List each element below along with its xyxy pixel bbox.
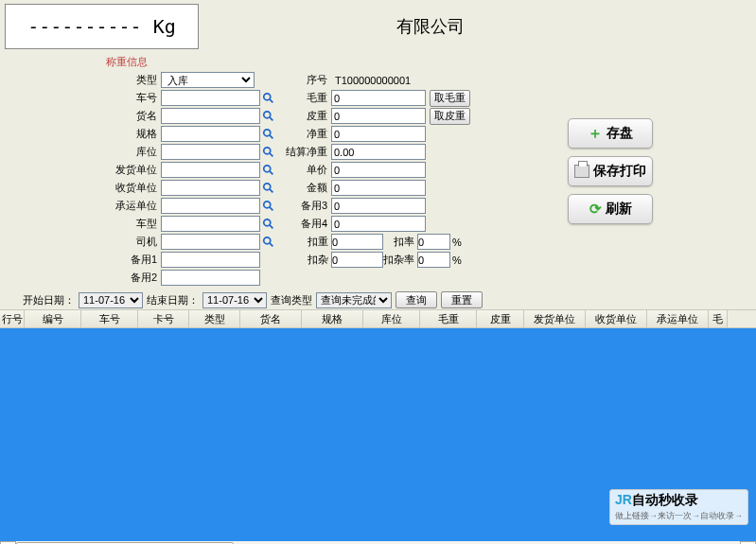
spare1-label: 备用1 bbox=[0, 253, 161, 267]
driver-input[interactable] bbox=[161, 234, 260, 250]
column-header[interactable]: 毛 bbox=[709, 310, 728, 327]
svg-point-2 bbox=[264, 111, 271, 117]
svg-line-11 bbox=[270, 188, 273, 192]
pct-label: % bbox=[450, 237, 462, 248]
deductmiscrate-input[interactable] bbox=[417, 252, 450, 268]
settle-input[interactable] bbox=[331, 144, 426, 160]
store-label: 库位 bbox=[0, 145, 161, 159]
tare-input[interactable] bbox=[331, 108, 426, 124]
svg-line-15 bbox=[270, 224, 273, 228]
recvunit-input[interactable] bbox=[161, 180, 260, 196]
column-header[interactable]: 卡号 bbox=[138, 310, 189, 327]
spare3-label: 备用3 bbox=[284, 199, 331, 213]
goods-input[interactable] bbox=[161, 108, 260, 124]
weight-display: ---------- Kg bbox=[5, 4, 199, 49]
tare-label: 皮重 bbox=[284, 109, 331, 123]
search-icon[interactable] bbox=[261, 91, 276, 106]
column-header[interactable]: 规格 bbox=[302, 310, 363, 327]
query-bar: 开始日期： 11-07-16 结束日期： 11-07-16 查询类型 查询未完成… bbox=[0, 290, 756, 309]
price-label: 单价 bbox=[284, 163, 331, 177]
store-input[interactable] bbox=[161, 144, 260, 160]
svg-point-8 bbox=[264, 165, 271, 171]
svg-point-6 bbox=[264, 147, 271, 153]
type-label: 类型 bbox=[0, 73, 161, 87]
type-select[interactable]: 入库 bbox=[161, 72, 255, 88]
column-header[interactable]: 皮重 bbox=[477, 310, 524, 327]
column-header[interactable]: 发货单位 bbox=[524, 310, 586, 327]
spare1-input[interactable] bbox=[161, 252, 260, 268]
form-area: 类型入库 车号 货名 规格 库位 发货单位 收货单位 承运单位 车型 司机 备用… bbox=[0, 71, 756, 290]
svg-point-0 bbox=[264, 93, 271, 99]
spare4-input[interactable] bbox=[331, 216, 426, 232]
right-column: ＋存盘 保存打印 ⟳刷新 bbox=[492, 71, 729, 287]
search-icon[interactable] bbox=[261, 199, 276, 214]
svg-line-9 bbox=[270, 170, 273, 174]
svg-point-12 bbox=[264, 201, 271, 207]
svg-point-4 bbox=[264, 129, 271, 135]
query-type-select[interactable]: 查询未完成的记录 bbox=[316, 292, 392, 308]
search-icon[interactable] bbox=[261, 163, 276, 178]
search-icon[interactable] bbox=[261, 127, 276, 142]
deductrate-input[interactable] bbox=[417, 234, 450, 250]
svg-line-17 bbox=[270, 242, 273, 246]
column-header[interactable]: 编号 bbox=[25, 310, 81, 327]
watermark-subtitle: 做上链接→来访一次→自动收录→ bbox=[615, 511, 743, 520]
refresh-button[interactable]: ⟳刷新 bbox=[568, 194, 653, 224]
deductmisc-input[interactable] bbox=[331, 252, 383, 268]
amount-input[interactable] bbox=[331, 180, 426, 196]
spare4-label: 备用4 bbox=[284, 217, 331, 231]
column-header[interactable]: 行号 bbox=[0, 310, 25, 327]
query-button[interactable]: 查询 bbox=[396, 291, 437, 308]
carno-input[interactable] bbox=[161, 90, 260, 106]
svg-line-7 bbox=[270, 152, 273, 156]
start-date-select[interactable]: 11-07-16 bbox=[79, 292, 143, 308]
save-print-button[interactable]: 保存打印 bbox=[568, 156, 653, 186]
section-title: 称重信息 bbox=[106, 55, 756, 69]
search-icon[interactable] bbox=[261, 235, 276, 250]
header: ---------- Kg 有限公司 bbox=[0, 0, 756, 53]
shipunit-input[interactable] bbox=[161, 162, 260, 178]
column-header[interactable]: 承运单位 bbox=[647, 310, 709, 327]
get-gross-button[interactable]: 取毛重 bbox=[430, 90, 470, 107]
spec-input[interactable] bbox=[161, 126, 260, 142]
svg-line-3 bbox=[270, 116, 273, 120]
net-input[interactable] bbox=[331, 126, 426, 142]
spec-label: 规格 bbox=[0, 127, 161, 141]
carrier-input[interactable] bbox=[161, 198, 260, 214]
company-title: 有限公司 bbox=[199, 15, 756, 38]
search-icon[interactable] bbox=[261, 181, 276, 196]
start-date-label: 开始日期： bbox=[23, 293, 75, 307]
end-date-select[interactable]: 11-07-16 bbox=[202, 292, 267, 308]
watermark-logo: JR bbox=[615, 492, 632, 507]
search-icon[interactable] bbox=[261, 109, 276, 124]
left-column: 类型入库 车号 货名 规格 库位 发货单位 收货单位 承运单位 车型 司机 备用… bbox=[0, 71, 284, 287]
gross-label: 毛重 bbox=[284, 91, 331, 105]
price-input[interactable] bbox=[331, 162, 426, 178]
printer-icon bbox=[574, 165, 589, 178]
driver-label: 司机 bbox=[0, 235, 161, 249]
save-button[interactable]: ＋存盘 bbox=[568, 118, 653, 149]
column-header[interactable]: 收货单位 bbox=[586, 310, 647, 327]
search-icon[interactable] bbox=[261, 217, 276, 232]
column-header[interactable]: 类型 bbox=[189, 310, 240, 327]
goods-label: 货名 bbox=[0, 109, 161, 123]
search-icon[interactable] bbox=[261, 145, 276, 160]
gross-input[interactable] bbox=[331, 90, 426, 106]
carno-label: 车号 bbox=[0, 91, 161, 105]
column-header[interactable]: 毛重 bbox=[420, 310, 477, 327]
spare2-input[interactable] bbox=[161, 270, 260, 286]
svg-line-1 bbox=[270, 98, 273, 102]
get-tare-button[interactable]: 取皮重 bbox=[430, 108, 470, 125]
column-header[interactable]: 库位 bbox=[363, 310, 420, 327]
svg-point-14 bbox=[264, 219, 271, 225]
svg-point-10 bbox=[264, 183, 271, 189]
spare3-input[interactable] bbox=[331, 198, 426, 214]
net-label: 净重 bbox=[284, 127, 331, 141]
deductw-input[interactable] bbox=[331, 234, 383, 250]
column-header[interactable]: 货名 bbox=[240, 310, 302, 327]
column-header[interactable]: 车号 bbox=[81, 310, 138, 327]
spare2-label: 备用2 bbox=[0, 271, 161, 285]
plus-icon: ＋ bbox=[588, 124, 603, 144]
reset-button[interactable]: 重置 bbox=[441, 291, 483, 308]
cartype-input[interactable] bbox=[161, 216, 260, 232]
